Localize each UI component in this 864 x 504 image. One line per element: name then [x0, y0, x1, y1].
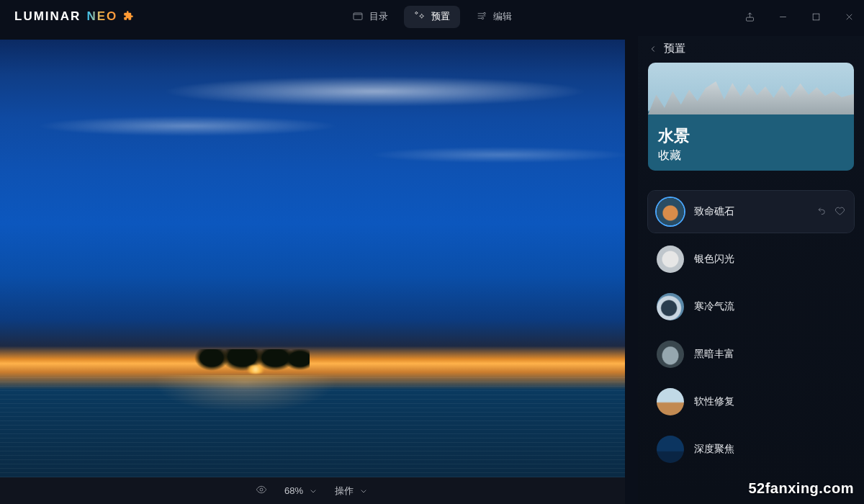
chevron-down-icon — [358, 485, 369, 497]
maximize-button[interactable] — [806, 7, 825, 26]
undo-icon[interactable] — [816, 205, 827, 219]
nav-catalog[interactable]: 目录 — [342, 6, 398, 28]
chevron-down-icon — [307, 485, 319, 497]
hero-title-block: 水景 收藏 — [658, 125, 690, 163]
preset-thumb — [657, 436, 684, 463]
sidebar-back-label: 预置 — [664, 42, 685, 55]
nav-edit-label: 编辑 — [493, 10, 512, 23]
canvas-water — [0, 375, 625, 477]
heart-icon[interactable] — [834, 205, 845, 219]
preset-collection-hero[interactable]: 水景 收藏 — [648, 63, 854, 171]
preset-item[interactable]: 寒冷气流 — [648, 286, 854, 328]
canvas-sun — [245, 365, 266, 374]
hero-title: 水景 — [658, 125, 690, 147]
preset-item[interactable]: 银色闪光 — [648, 238, 854, 280]
preset-item[interactable]: 软性修复 — [648, 381, 854, 423]
preset-label: 深度聚焦 — [694, 443, 845, 456]
preset-list: 致命礁石银色闪光寒冷气流黑暗丰富软性修复深度聚焦 — [648, 191, 854, 470]
canvas-clouds — [0, 68, 625, 184]
nav-presets-label: 预置 — [431, 10, 450, 23]
minimize-button[interactable] — [773, 7, 792, 26]
svg-rect-0 — [354, 13, 362, 19]
zoom-value: 68% — [284, 485, 303, 496]
title-bar: LUMINAR NEO 目录 预置 编辑 — [0, 0, 864, 33]
share-button[interactable] — [740, 7, 759, 26]
svg-point-2 — [482, 17, 484, 19]
folder-icon — [352, 10, 364, 24]
sparkle-icon — [414, 10, 426, 24]
app-logo: LUMINAR NEO — [14, 9, 134, 24]
puzzle-icon — [123, 10, 134, 23]
canvas-footer: 68% 操作 — [0, 477, 625, 504]
logo-text-2: NEO — [86, 9, 117, 24]
logo-text-1: LUMINAR — [14, 9, 81, 24]
watermark-text: 52fanxing.com — [748, 480, 854, 497]
preset-thumb — [657, 198, 684, 225]
sliders-icon — [476, 10, 487, 24]
top-nav: 目录 预置 编辑 — [342, 6, 522, 28]
preset-label: 致命礁石 — [694, 205, 806, 218]
operations-dropdown[interactable]: 操作 — [335, 485, 369, 498]
close-button[interactable] — [840, 7, 858, 26]
chevron-left-icon — [648, 44, 658, 54]
preset-thumb — [657, 293, 684, 320]
preset-thumb — [657, 388, 684, 415]
nav-edit[interactable]: 编辑 — [466, 6, 522, 28]
zoom-dropdown[interactable]: 68% — [284, 485, 319, 497]
sidebar: 预置 水景 收藏 致命礁石银色闪光寒冷气流黑暗丰富软性修复深度聚焦 — [638, 36, 864, 504]
preset-item[interactable]: 黑暗丰富 — [648, 333, 854, 375]
hero-skyline — [648, 81, 854, 114]
image-canvas[interactable] — [0, 40, 625, 477]
preset-thumb — [657, 246, 684, 273]
preset-item[interactable]: 深度聚焦 — [648, 428, 854, 470]
preset-label: 软性修复 — [694, 395, 845, 408]
preset-thumb — [657, 341, 684, 368]
nav-catalog-label: 目录 — [369, 10, 388, 23]
preset-item[interactable]: 致命礁石 — [648, 191, 854, 233]
window-controls — [740, 0, 858, 33]
hero-subtitle: 收藏 — [658, 148, 690, 163]
svg-rect-3 — [746, 17, 753, 21]
operations-label: 操作 — [335, 485, 354, 498]
nav-presets[interactable]: 预置 — [404, 6, 460, 28]
eye-icon[interactable] — [256, 484, 267, 498]
preset-label: 寒冷气流 — [694, 300, 845, 313]
svg-rect-4 — [813, 14, 819, 20]
preset-actions — [816, 205, 845, 219]
preset-label: 银色闪光 — [694, 253, 845, 266]
svg-point-5 — [260, 488, 263, 491]
sidebar-back[interactable]: 预置 — [648, 42, 854, 55]
preset-label: 黑暗丰富 — [694, 348, 845, 361]
svg-point-1 — [484, 12, 486, 14]
